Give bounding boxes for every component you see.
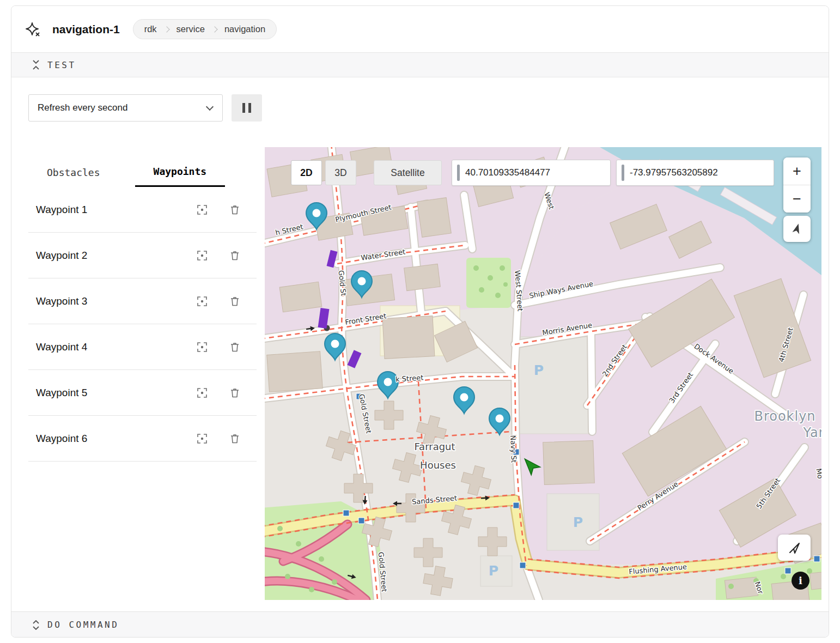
waypoint-row: Waypoint 2	[28, 233, 257, 278]
delete-waypoint-button[interactable]	[229, 204, 240, 215]
pause-button[interactable]	[232, 94, 262, 122]
waypoint-label: Waypoint 4	[36, 341, 197, 353]
delete-waypoint-button[interactable]	[229, 296, 240, 307]
trash-icon	[229, 250, 240, 261]
waypoint-row: Waypoint 1	[28, 187, 257, 233]
breadcrumb: rdk service navigation	[133, 19, 277, 39]
waypoint-label: Waypoint 6	[36, 433, 197, 445]
place-label: Brooklyn	[754, 409, 815, 424]
trash-icon	[229, 204, 240, 215]
trash-icon	[229, 433, 240, 444]
waypoint-row: Waypoint 5	[28, 370, 257, 416]
waypoint-row: Waypoint 6	[28, 416, 257, 462]
focus-waypoint-button[interactable]	[197, 342, 208, 353]
do-command-section-header[interactable]: DO COMMAND	[11, 611, 829, 638]
place-label: Houses	[420, 459, 456, 471]
tab-waypoints[interactable]: Waypoints	[135, 157, 226, 187]
pause-icon	[242, 103, 245, 113]
navigation-map[interactable]: h Street Plymouth Street Water Street Fr…	[265, 147, 821, 600]
breadcrumb-item: service	[176, 24, 205, 34]
delete-waypoint-button[interactable]	[229, 250, 240, 261]
drag-grip-icon	[622, 165, 624, 181]
breadcrumb-item: rdk	[144, 24, 157, 34]
focus-waypoint-button[interactable]	[197, 387, 208, 398]
latitude-field[interactable]	[452, 160, 611, 186]
trash-icon	[229, 387, 240, 398]
zoom-out-button[interactable]: −	[783, 185, 811, 213]
parking-icon: P	[534, 362, 544, 378]
waypoint-row: Waypoint 4	[28, 324, 257, 370]
map-satellite-button[interactable]: Satellite	[374, 160, 442, 185]
waypoint-label: Waypoint 5	[36, 387, 197, 399]
focus-waypoint-button[interactable]	[197, 433, 208, 444]
waypoint-label: Waypoint 1	[36, 204, 197, 216]
focus-icon	[197, 204, 208, 215]
chevron-down-icon	[206, 103, 214, 111]
zoom-control: + −	[783, 157, 811, 213]
trash-icon	[229, 296, 240, 307]
page-title: navigation-1	[52, 23, 120, 36]
map-mode-2d-button[interactable]: 2D	[291, 160, 322, 185]
section-label: TEST	[47, 60, 76, 70]
section-label: DO COMMAND	[47, 620, 119, 630]
navigation-card: navigation-1 rdk service navigation TEST…	[11, 5, 829, 638]
parking-icon: P	[573, 514, 583, 530]
breadcrumb-item: navigation	[224, 24, 265, 34]
navigation-arrow-icon	[788, 541, 801, 555]
delete-waypoint-button[interactable]	[229, 342, 240, 353]
latitude-input[interactable]	[465, 167, 610, 178]
info-button[interactable]: i	[792, 572, 809, 590]
chevron-right-icon	[163, 26, 169, 32]
chevron-right-icon	[211, 26, 217, 32]
waypoint-label: Waypoint 3	[36, 295, 197, 307]
card-header: navigation-1 rdk service navigation	[11, 6, 829, 53]
place-label: Yar	[803, 425, 821, 440]
focus-icon	[197, 387, 208, 398]
parking-icon: P	[489, 563, 498, 579]
focus-icon	[197, 296, 208, 307]
focus-waypoint-button[interactable]	[197, 204, 208, 215]
zoom-in-button[interactable]: +	[783, 157, 811, 185]
longitude-field[interactable]	[616, 160, 774, 186]
street-label: Navy St	[509, 435, 518, 463]
focus-icon	[197, 250, 208, 261]
focus-icon	[197, 342, 208, 353]
navigation-service-icon	[25, 22, 40, 37]
longitude-input[interactable]	[630, 167, 774, 178]
test-section-header[interactable]: TEST	[11, 53, 829, 77]
map-mode-3d-button[interactable]: 3D	[325, 160, 356, 185]
refresh-rate-value: Refresh every second	[38, 102, 207, 113]
panel-tabs: Obstacles Waypoints	[28, 157, 257, 187]
trash-icon	[229, 342, 240, 353]
compass-button[interactable]	[783, 216, 811, 242]
expand-icon	[32, 620, 40, 630]
waypoint-row: Waypoint 3	[28, 278, 257, 324]
focus-waypoint-button[interactable]	[197, 296, 208, 307]
focus-waypoint-button[interactable]	[197, 250, 208, 261]
waypoint-list: Waypoint 1 Waypoint	[28, 187, 257, 462]
waypoint-label: Waypoint 2	[36, 250, 197, 262]
focus-icon	[197, 433, 208, 444]
place-label: Farragut	[414, 441, 455, 452]
tab-obstacles[interactable]: Obstacles	[28, 157, 119, 187]
delete-waypoint-button[interactable]	[229, 387, 240, 398]
navigation-side-panel: Obstacles Waypoints Waypoint 1	[28, 157, 257, 462]
refresh-rate-select[interactable]: Refresh every second	[28, 94, 223, 122]
locate-button[interactable]	[778, 535, 811, 561]
delete-waypoint-button[interactable]	[229, 433, 240, 444]
collapse-icon	[32, 60, 40, 70]
map-canvas[interactable]: h Street Plymouth Street Water Street Fr…	[265, 147, 821, 600]
compass-needle-icon	[791, 223, 803, 235]
drag-grip-icon	[457, 165, 460, 181]
